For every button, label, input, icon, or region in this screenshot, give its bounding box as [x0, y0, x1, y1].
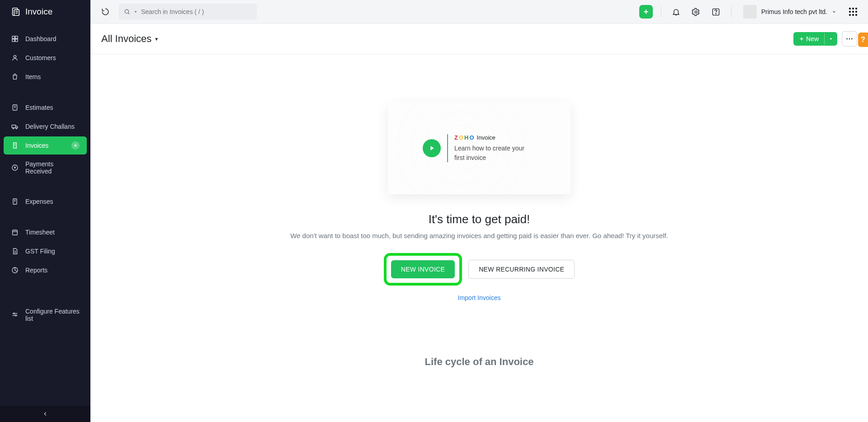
search-container [118, 4, 257, 20]
sidebar-item-reports[interactable]: Reports [4, 261, 87, 279]
refresh-button[interactable] [99, 5, 112, 19]
search-icon [124, 9, 130, 15]
org-label: Primus Info tech pvt ltd. [761, 8, 827, 15]
sidebar-item-label: Expenses [25, 198, 80, 205]
logo-suffix: Invoice [477, 134, 495, 141]
new-button-dropdown[interactable] [824, 33, 837, 45]
play-icon [428, 145, 435, 152]
bag-icon [11, 73, 19, 81]
svg-point-47 [851, 38, 853, 40]
sidebar-item-label: Payments Received [25, 160, 80, 175]
new-invoice-button[interactable]: NEW INVOICE [391, 260, 455, 278]
play-button[interactable] [423, 139, 441, 157]
doc-icon [11, 247, 19, 255]
divider [447, 134, 448, 162]
quick-create-button[interactable] [639, 5, 653, 19]
sidebar-collapse-button[interactable] [0, 406, 90, 422]
svg-rect-23 [13, 230, 18, 235]
sidebar-item-label: Items [25, 73, 80, 80]
svg-rect-6 [12, 39, 14, 42]
sidebar-item-label: Invoices [25, 142, 65, 149]
svg-point-39 [695, 11, 697, 13]
svg-marker-48 [430, 146, 434, 150]
more-button[interactable] [842, 31, 857, 47]
more-icon [846, 38, 853, 40]
invoice-icon [11, 141, 19, 150]
page-header: All Invoices ▼ New [90, 24, 868, 54]
svg-marker-36 [134, 11, 137, 13]
tutorial-video-card[interactable]: ZOHO Invoice Learn how to create your fi… [388, 102, 571, 194]
svg-line-35 [128, 13, 129, 14]
chart-icon [11, 266, 19, 274]
search-input[interactable] [141, 8, 251, 15]
svg-point-46 [849, 38, 850, 40]
sidebar-item-expenses[interactable]: Expenses [4, 192, 87, 211]
svg-rect-5 [15, 36, 18, 38]
chevron-down-icon [832, 9, 836, 14]
dashboard-icon [11, 35, 19, 43]
notifications-button[interactable] [670, 5, 683, 19]
bell-icon [672, 8, 680, 16]
svg-point-14 [16, 128, 17, 129]
sidebar-item-configure-features[interactable]: Configure Features list [4, 303, 87, 327]
svg-rect-1 [14, 9, 19, 15]
sidebar-item-delivery-challans[interactable]: Delivery Challans [4, 117, 87, 136]
sidebar-item-estimates[interactable]: Estimates [4, 98, 87, 117]
invoice-app-icon [11, 7, 21, 17]
chevron-down-icon [829, 37, 833, 41]
divider [661, 6, 661, 17]
sidebar-item-label: Timesheet [25, 229, 80, 236]
sidebar-header: Invoice [0, 0, 90, 23]
svg-point-34 [125, 9, 128, 13]
svg-point-33 [15, 315, 17, 316]
divider [731, 6, 731, 17]
import-invoices-link[interactable]: Import Invoices [458, 294, 501, 301]
chevron-down-icon[interactable] [134, 10, 137, 14]
sidebar-item-label: Customers [25, 54, 80, 61]
new-button[interactable]: New [793, 32, 837, 46]
estimate-icon [11, 103, 19, 112]
avatar [743, 5, 757, 19]
chevron-left-icon [42, 411, 48, 417]
empty-state-heading: It's time to get paid! [90, 212, 868, 226]
sidebar-item-invoices[interactable]: Invoices [4, 136, 87, 155]
new-recurring-invoice-button[interactable]: NEW RECURRING INVOICE [468, 260, 575, 279]
add-invoice-icon[interactable] [71, 141, 80, 150]
svg-point-31 [14, 313, 15, 314]
svg-point-13 [13, 128, 14, 129]
video-text: ZOHO Invoice Learn how to create your fi… [454, 134, 536, 163]
receipt-icon [11, 197, 19, 206]
help-side-button[interactable]: ? [858, 33, 868, 47]
svg-point-8 [14, 56, 16, 58]
svg-rect-12 [12, 125, 15, 128]
sidebar-item-items[interactable]: Items [4, 68, 87, 86]
video-description: Learn how to create your first invoice [454, 144, 536, 163]
caret-down-icon: ▼ [154, 37, 159, 42]
sidebar-item-payments-received[interactable]: Payments Received [4, 155, 87, 180]
sidebar-item-timesheet[interactable]: Timesheet [4, 223, 87, 241]
help-icon [712, 8, 720, 16]
sidebar-item-label: Dashboard [25, 35, 80, 42]
sidebar-item-label: Delivery Challans [25, 123, 80, 130]
content-area: ZOHO Invoice Learn how to create your fi… [90, 54, 868, 422]
app-title: Invoice [25, 7, 52, 17]
svg-point-45 [846, 38, 848, 40]
sidebar-item-label: Estimates [25, 104, 80, 111]
sidebar-item-dashboard[interactable]: Dashboard [4, 30, 87, 48]
cta-row: NEW INVOICE NEW RECURRING INVOICE [90, 253, 868, 286]
settings-button[interactable] [689, 5, 703, 19]
page-title-dropdown[interactable]: All Invoices ▼ [101, 33, 159, 45]
sidebar-item-customers[interactable]: Customers [4, 49, 87, 67]
sidebar-item-gst-filing[interactable]: GST Filing [4, 242, 87, 260]
lifecycle-heading: Life cycle of an Invoice [90, 356, 868, 368]
page-title-text: All Invoices [101, 33, 151, 45]
apps-button[interactable] [846, 5, 860, 19]
empty-state-subheading: We don't want to boast too much, but sen… [90, 232, 868, 239]
help-button[interactable] [709, 5, 723, 19]
person-icon [11, 54, 19, 62]
svg-rect-7 [15, 39, 18, 42]
org-switcher[interactable]: Primus Info tech pvt ltd. [740, 3, 840, 20]
import-link-row: Import Invoices [90, 294, 868, 302]
highlight-annotation: NEW INVOICE [384, 253, 462, 286]
gear-icon [692, 8, 700, 16]
